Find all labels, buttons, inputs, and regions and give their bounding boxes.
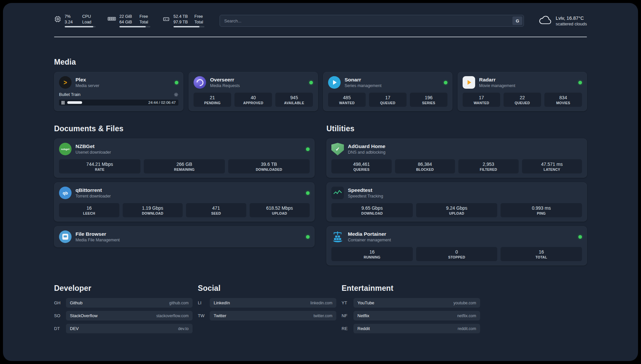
- adguard-check-glyph: ✓: [335, 146, 340, 152]
- bookmark-name: Netflix: [357, 313, 369, 318]
- stat-label: AVAILABLE: [277, 101, 312, 105]
- stat-value: 485: [329, 95, 364, 100]
- stat-value: 945: [277, 95, 312, 100]
- service-subtitle: Media File Management: [76, 238, 120, 242]
- radarr-card[interactable]: Radarr Movie management 17 WANTED 22 QUE…: [458, 72, 587, 111]
- weather-widget[interactable]: Lviv, 16.87°C scattered clouds: [538, 15, 587, 26]
- qbittorrent-wordmark: qb: [63, 191, 68, 196]
- overseerr-card[interactable]: Overseerr Media Requests 21 PENDING 40 A…: [189, 72, 318, 111]
- qbittorrent-card[interactable]: qb qBittorrent Torrent downloader 16 LEE…: [54, 182, 315, 222]
- disk-stats: 52.4 TB Free 97.9 TB Total: [173, 14, 204, 27]
- stat-tile: 498,461 QUERIES: [331, 159, 392, 173]
- sonarr-icon: [328, 76, 341, 89]
- stat-tile: 16 RUNNING: [331, 247, 413, 261]
- weather-condition: scattered clouds: [556, 21, 587, 26]
- card-header: Sonarr Series management: [328, 76, 447, 89]
- card-titles: Radarr Movie management: [479, 77, 515, 88]
- stat-value: 16: [502, 249, 581, 255]
- bookmark-abbr: LI: [198, 300, 210, 305]
- status-dot: [578, 81, 582, 84]
- bookmark-github[interactable]: GH Github github.com: [54, 298, 193, 308]
- bookmark-pill: StackOverflow stackoverflow.com: [66, 311, 193, 320]
- bookmark-pill: YouTube youtube.com: [353, 298, 480, 308]
- playback-time: 24:44 / 02:06:47: [148, 101, 176, 105]
- service-title: Plex: [76, 77, 99, 83]
- speedtest-card[interactable]: Speedtest Speedtest Tracking 9.65 Gbps D…: [326, 182, 587, 222]
- stat-label: REMAINING: [145, 167, 224, 171]
- stat-label: WANTED: [329, 101, 364, 105]
- service-title: Radarr: [479, 77, 515, 83]
- nzbget-card[interactable]: nzbget NZBGet Usenet downloader 744.21 M…: [54, 138, 315, 178]
- bookmark-netflix[interactable]: NF Netflix netflix.com: [342, 311, 480, 320]
- stat-label: QUEUED: [370, 101, 405, 105]
- bookmark-url: github.com: [169, 301, 189, 305]
- bookmark-url: reddit.com: [458, 326, 476, 331]
- stat-tile: 22 QUEUED: [504, 93, 541, 107]
- bookmark-group-entertainment: Entertainment YT YouTube youtube.com NF …: [342, 284, 480, 333]
- stat-value: 1.19 Gbps: [124, 205, 182, 211]
- stat-label: DOWNLOAD: [124, 211, 182, 215]
- bookmark-name: Twitter: [214, 313, 226, 318]
- disk-total-value: 97.9 TB: [173, 20, 189, 25]
- ram-stats: 22 GiB Free 64 GiB Total: [119, 14, 150, 27]
- search-engine-button[interactable]: G: [512, 16, 522, 25]
- bookmark-abbr: GH: [54, 300, 66, 305]
- bookmark-url: dev.to: [178, 326, 189, 331]
- portainer-card[interactable]: Media Portainer Container management 16 …: [326, 226, 587, 265]
- stat-value: 39.6 TB: [229, 162, 308, 167]
- section-utilities: Utilities ✓ AdGuard Home DNS and adblock…: [326, 124, 587, 265]
- bookmark-linkedin[interactable]: LI LinkedIn linkedin.com: [198, 298, 336, 308]
- stat-tile: 485 WANTED: [328, 93, 366, 107]
- bookmark-youtube[interactable]: YT YouTube youtube.com: [342, 298, 480, 308]
- card-titles: Overseerr Media Requests: [210, 77, 240, 88]
- stat-value: 266 GB: [145, 162, 224, 167]
- settings-gear-icon[interactable]: [174, 92, 178, 97]
- section-title-utilities: Utilities: [326, 124, 587, 133]
- bookmark-list: GH Github github.com SO StackOverflow st…: [54, 298, 193, 333]
- bookmark-url: youtube.com: [453, 301, 476, 305]
- stat-tile: 47.571 ms LATENCY: [522, 159, 582, 173]
- filebrowser-card[interactable]: File Browser Media File Management: [54, 226, 315, 247]
- bookmark-name: YouTube: [357, 300, 374, 305]
- bookmark-reddit[interactable]: RE Reddit reddit.com: [342, 324, 480, 333]
- sonarr-card[interactable]: Sonarr Series management 485 WANTED 17 Q…: [323, 72, 452, 111]
- stat-value: 40: [236, 95, 271, 100]
- stat-tiles: 16 LEECH 1.19 Gbps DOWNLOAD 471 SEED 618…: [59, 203, 310, 217]
- service-title: NZBGet: [76, 143, 111, 149]
- section-title-media: Media: [54, 58, 587, 67]
- stat-label: PENDING: [195, 101, 230, 105]
- stat-label: MOVIES: [546, 101, 581, 105]
- adguard-card[interactable]: ✓ AdGuard Home DNS and adblocking 498,46…: [326, 138, 587, 178]
- radarr-play-glyph: [468, 80, 471, 85]
- cpu-chip-icon: [54, 15, 61, 23]
- stat-value: 9.24 Gbps: [417, 205, 496, 211]
- plex-card[interactable]: > Plex Media server Bullet Train: [54, 72, 183, 111]
- search-input[interactable]: [220, 15, 524, 27]
- card-header: ✓ AdGuard Home DNS and adblocking: [331, 143, 582, 155]
- stat-label: UPLOAD: [417, 211, 496, 215]
- nzbget-wordmark: nzbget: [61, 148, 69, 151]
- ram-free-label: Free: [139, 14, 150, 19]
- utilities-cards-column: ✓ AdGuard Home DNS and adblocking 498,46…: [326, 138, 587, 265]
- stat-label: DOWNLOAD: [333, 211, 412, 215]
- stat-tiles: 16 RUNNING 0 STOPPED 16 TOTAL: [331, 247, 582, 261]
- pause-icon[interactable]: [62, 101, 65, 105]
- service-subtitle: Container management: [348, 238, 391, 242]
- bookmark-twitter[interactable]: TW Twitter twitter.com: [198, 311, 336, 320]
- player-seekbar[interactable]: 24:44 / 02:06:47: [59, 100, 178, 106]
- stat-value: 16: [333, 249, 412, 255]
- stat-tile: 1.19 Gbps DOWNLOAD: [123, 203, 183, 217]
- bookmark-dev[interactable]: DT DEV dev.to: [54, 324, 193, 333]
- stat-value: 2,953: [460, 162, 517, 167]
- stat-value: 9.65 Gbps: [333, 205, 412, 211]
- stat-tile: 0.993 ms PING: [501, 203, 582, 217]
- card-header: Speedtest Speedtest Tracking: [331, 187, 582, 199]
- plex-chevron-glyph: >: [64, 78, 67, 86]
- stat-label: LATENCY: [523, 167, 581, 171]
- bookmark-stackoverflow[interactable]: SO StackOverflow stackoverflow.com: [54, 311, 193, 320]
- stat-tile: 618.52 Mbps UPLOAD: [250, 203, 310, 217]
- plex-icon: >: [59, 76, 72, 89]
- ram-total-value: 64 GiB: [119, 20, 134, 25]
- disk-icon: [162, 15, 170, 23]
- bookmark-pill: Netflix netflix.com: [353, 311, 480, 320]
